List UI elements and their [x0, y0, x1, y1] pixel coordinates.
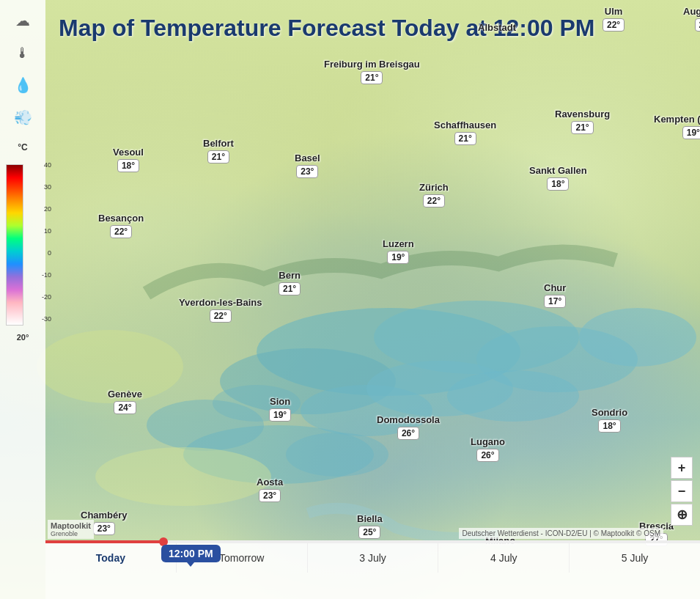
wind-icon[interactable]: 💨 — [10, 104, 36, 131]
city-name: Genève — [108, 389, 142, 400]
city-temp: 21° — [571, 121, 593, 134]
city-name: Albstadt — [478, 22, 516, 33]
city-temp: 21° — [361, 71, 383, 84]
bottom-temp-label: 20° — [17, 333, 29, 342]
zoom-in-button[interactable]: + — [671, 457, 693, 479]
city-label: Luzern19° — [383, 238, 414, 264]
city-name: Aosta — [257, 477, 283, 488]
city-label: Belfort21° — [203, 138, 234, 163]
city-name: Kempten (Allgäu) — [654, 114, 700, 125]
city-label: Albstadt — [478, 22, 516, 33]
city-name: Zürich — [419, 182, 449, 193]
city-name: Sankt Gallen — [529, 165, 587, 176]
city-label: Aosta23° — [257, 477, 283, 502]
city-label: Freiburg im Breisgau21° — [324, 59, 420, 84]
city-name: Sion — [270, 396, 290, 407]
city-temp: 17° — [544, 295, 566, 308]
timeline: TodayTomorrow3 July4 July5 July — [45, 540, 700, 599]
city-temp: 19° — [387, 251, 409, 264]
city-temp: 22° — [110, 225, 132, 238]
city-label: Sankt Gallen18° — [529, 165, 587, 191]
city-label: Biella25° — [357, 513, 383, 539]
city-temp: 26° — [397, 427, 419, 440]
compass-button[interactable]: ⊕ — [671, 504, 693, 526]
city-temp: 19° — [269, 408, 291, 422]
city-temp: 18° — [598, 419, 620, 433]
city-name: Luzern — [383, 238, 414, 249]
maptoolkit-text: Maptoolkit — [51, 521, 91, 530]
cloud-icon[interactable]: ☁ — [10, 7, 36, 34]
city-temp: 22° — [210, 309, 232, 323]
city-temp: 21° — [279, 282, 301, 295]
maptoolkit-sub: Grenoble — [51, 530, 91, 537]
city-name: Yverdon-les-Bains — [179, 297, 262, 308]
city-temp: 25° — [358, 526, 380, 539]
sidebar: ☁ 🌡 💧 💨 °C 40 30 20 10 0 -10 -20 -30 20° — [0, 0, 45, 599]
city-temp: 19° — [682, 126, 700, 139]
city-label: Ravensburg21° — [555, 109, 610, 134]
city-name: Ulm — [605, 6, 623, 17]
city-temp: 18° — [117, 159, 139, 172]
city-label: Besançon22° — [98, 213, 144, 238]
timeline-segment-3-july[interactable]: 3 July — [308, 543, 439, 573]
city-temp: 22° — [603, 18, 625, 32]
city-temp: 23° — [93, 522, 115, 535]
city-temp: 21° — [695, 18, 700, 32]
city-name: Chur — [544, 282, 566, 293]
color-legend: 40 30 20 10 0 -10 -20 -30 — [0, 161, 51, 326]
city-temp: 26° — [476, 449, 498, 462]
zoom-out-button[interactable]: − — [671, 480, 693, 502]
color-scale-bar — [0, 164, 35, 326]
city-name: Domodossola — [377, 414, 440, 425]
city-label: Schaffhausen21° — [434, 120, 496, 145]
city-name: Augsburg — [683, 6, 700, 17]
timeline-segment-today[interactable]: Today — [45, 543, 177, 573]
city-label: Vesoul18° — [113, 147, 144, 172]
map-container: Map of Temperature Forecast Today at 12:… — [0, 0, 700, 599]
attribution-text: Deutscher Wetterdienst - ICON-D2/EU | © … — [459, 528, 663, 539]
city-name: Belfort — [203, 138, 234, 149]
scale-ticks: 40 30 20 10 0 -10 -20 -30 — [35, 161, 51, 323]
timeline-segment-4-july[interactable]: 4 July — [438, 543, 570, 573]
city-temp: 23° — [296, 165, 318, 178]
city-label: Zürich22° — [419, 182, 449, 207]
city-name: Freiburg im Breisgau — [324, 59, 420, 70]
city-name: Biella — [357, 513, 383, 524]
city-temp: 21° — [207, 150, 229, 163]
city-temp: 22° — [423, 194, 445, 207]
zoom-controls: + − ⊕ — [671, 457, 693, 526]
city-name: Basel — [295, 152, 320, 163]
unit-label: °C — [18, 142, 27, 152]
city-name: Chambéry — [81, 510, 128, 521]
city-label: Chur17° — [544, 282, 566, 308]
thermometer-icon[interactable]: 🌡 — [10, 40, 36, 66]
city-name: Vesoul — [113, 147, 144, 158]
rain-icon[interactable]: 💧 — [10, 72, 36, 98]
city-name: Sondrio — [592, 407, 627, 418]
maptoolkit-label: Maptoolkit Grenoble — [48, 520, 94, 539]
city-name: Ravensburg — [555, 109, 610, 120]
city-temp: 24° — [114, 401, 136, 414]
city-label: Sion19° — [269, 396, 291, 422]
city-label: Genève24° — [108, 389, 142, 414]
city-label: Bern21° — [279, 270, 301, 295]
city-label: Kempten (Allgäu)19° — [654, 114, 700, 139]
city-label: Basel23° — [295, 152, 320, 178]
city-label: Sondrio18° — [592, 407, 627, 433]
timeline-segment-5-july[interactable]: 5 July — [570, 543, 700, 573]
city-label: Yverdon-les-Bains22° — [179, 297, 262, 323]
city-name: Bern — [279, 270, 301, 281]
timeline-labels: TodayTomorrow3 July4 July5 July — [45, 543, 700, 573]
city-name: Schaffhausen — [434, 120, 496, 131]
city-label: Lugano26° — [471, 436, 505, 462]
city-label: Augsburg21° — [683, 6, 700, 32]
city-label: Domodossola26° — [377, 414, 440, 440]
city-name: Besançon — [98, 213, 144, 224]
city-temp: 18° — [547, 177, 569, 191]
time-display: 12:00 PM — [161, 545, 221, 562]
city-label: Ulm22° — [603, 6, 625, 32]
city-name: Lugano — [471, 436, 505, 447]
city-temp: 21° — [454, 132, 476, 145]
city-temp: 23° — [259, 489, 281, 502]
